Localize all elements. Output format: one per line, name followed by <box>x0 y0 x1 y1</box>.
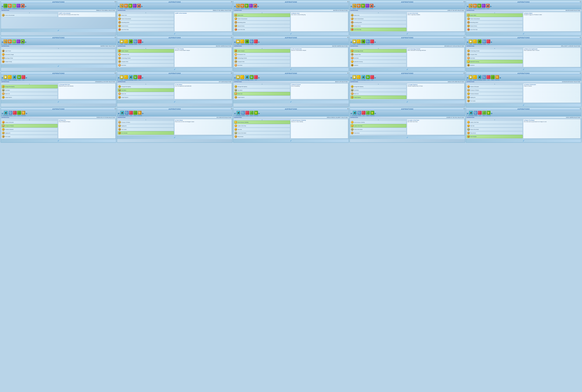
check-bar[interactable]: ✓ <box>233 139 348 142</box>
tab-animal[interactable]: 🐾Animal <box>468 4 473 9</box>
tab-knowledge[interactable]: 🎓Knowledge <box>468 110 473 116</box>
tab-location[interactable]: 🗺️Location <box>133 75 138 80</box>
prev-arrow[interactable]: ◀ <box>117 112 120 114</box>
scroll-up[interactable]: ▲ <box>2 119 58 120</box>
next-arrow[interactable]: ▶ <box>141 5 143 8</box>
tab-location[interactable]: 🗺️Location <box>482 39 486 45</box>
tab-knowledge[interactable]: 🎓Knowledge <box>477 75 482 80</box>
prev-arrow[interactable]: ◀ <box>1 112 3 114</box>
tab-love[interactable]: ❤️Love <box>478 110 482 116</box>
milestone-item[interactable]: 🧠Nerd Brain <box>467 56 523 60</box>
tab-fortune[interactable]: 💰Fortune <box>356 39 361 45</box>
tab-love[interactable]: ❤️Love <box>254 75 258 80</box>
tab-knowledge[interactable]: 🎓Knowledge <box>128 75 133 80</box>
check-bar[interactable]: ✓ <box>350 136 465 139</box>
prev-arrow[interactable]: ◀ <box>350 5 352 8</box>
tab-food[interactable]: 🍽️Food <box>468 75 473 80</box>
milestone-item[interactable]: 👑Leader of the Pack <box>467 120 523 124</box>
tab-creativity[interactable]: 🎨Creativity <box>361 4 365 9</box>
close-button[interactable]: ✕ <box>463 108 465 110</box>
check-bar[interactable]: ✓ <box>350 100 465 104</box>
tab-location[interactable]: 🗺️Location <box>249 75 254 80</box>
check-bar[interactable]: ✓ <box>466 139 581 142</box>
milestone-item[interactable]: ✨Spellcraft & Sorcery <box>350 60 406 63</box>
milestone-item[interactable]: 🎉Party Animal <box>467 131 523 135</box>
next-arrow[interactable]: ▶ <box>142 76 144 79</box>
tab-fortune[interactable]: 💰Fortune <box>240 75 244 80</box>
tab-nature[interactable]: 🌿Nature <box>133 110 138 116</box>
next-arrow[interactable]: ▶ <box>258 41 260 43</box>
next-arrow[interactable]: ▶ <box>142 112 144 114</box>
next-arrow[interactable]: ▶ <box>258 112 260 114</box>
tab-athletic[interactable]: ⚽Athletic <box>240 4 244 9</box>
scroll-up[interactable]: ▲ <box>350 48 406 49</box>
scroll-up[interactable]: ▲ <box>350 84 406 85</box>
scroll-up[interactable]: ▲ <box>118 119 174 120</box>
check-bar[interactable]: ✓ <box>117 32 232 36</box>
milestone-item[interactable]: 🌍Friend of the World <box>234 131 290 135</box>
tab-location[interactable]: 🗺️Location <box>133 39 138 45</box>
scroll-up[interactable]: ▲ <box>118 84 174 85</box>
check-bar[interactable]: ✓ <box>233 100 348 104</box>
check-bar[interactable]: ✓ <box>350 32 465 36</box>
next-arrow[interactable]: ▶ <box>26 112 28 114</box>
tab-creativity[interactable]: 🎨Creativity <box>244 4 249 9</box>
tab-love[interactable]: ❤️Love <box>129 110 133 116</box>
milestone-item[interactable]: 🌍Friend of the World <box>350 128 406 131</box>
milestone-item[interactable]: ⛏️Archaeology Scholar <box>234 56 290 60</box>
prev-arrow[interactable]: ◀ <box>117 76 120 79</box>
milestone-item[interactable]: 📚Bestselling Author <box>234 21 290 24</box>
tab-animal[interactable]: 🐾Animal <box>352 4 356 9</box>
tab-location[interactable]: 🗺️Location <box>366 39 370 45</box>
milestone-item[interactable]: 🖌️Painter Extraordinaire <box>350 17 406 20</box>
tab-fortune[interactable]: 💰Fortune <box>473 75 477 80</box>
next-arrow[interactable]: ▶ <box>374 112 377 114</box>
scroll-up[interactable]: ▲ <box>467 12 523 13</box>
check-bar[interactable]: ✓ <box>1 139 116 142</box>
milestone-item[interactable]: 🎭Master Actor <box>350 14 406 17</box>
milestone-item[interactable]: 🎓Academic <box>467 64 523 67</box>
milestone-item[interactable]: 💻Computer Whiz <box>467 53 523 56</box>
milestone-item[interactable]: 📚Bestselling Author <box>118 21 174 24</box>
next-arrow[interactable]: ▶ <box>258 76 260 79</box>
milestone-item[interactable]: 🌴Jungle Explorer <box>2 96 58 99</box>
tab-athletic[interactable]: ⚽Athletic <box>473 4 477 9</box>
milestone-item[interactable]: 🧶Lord of the Knits <box>234 28 290 31</box>
close-button[interactable]: ✕ <box>347 108 348 110</box>
close-button[interactable]: ✕ <box>580 37 581 38</box>
tab-deviance[interactable]: 💜Deviance <box>16 4 21 9</box>
scroll-up[interactable]: ▲ <box>118 48 174 49</box>
prev-arrow[interactable]: ◀ <box>350 112 352 114</box>
milestone-item[interactable]: 🎭Master Actor <box>118 14 174 17</box>
milestone-item[interactable]: 🏙️City Native <box>2 88 58 92</box>
milestone-item[interactable]: 👪Super Parent <box>2 49 115 52</box>
milestone-item[interactable]: 💻Computer Whiz <box>118 60 174 63</box>
scroll-up[interactable]: ▲ <box>350 12 406 13</box>
next-arrow[interactable]: ▶ <box>374 5 376 8</box>
tab-popularity[interactable]: ⭐Popularity <box>486 110 491 116</box>
tab-love[interactable]: ❤️Love <box>138 75 142 80</box>
milestone-item[interactable]: 🌵StrangerVille Mystery <box>234 85 290 88</box>
milestone-item[interactable]: 🌵StrangerVille Mystery <box>2 85 58 88</box>
tab-fortune[interactable]: 💰Fortune <box>240 39 244 45</box>
milestone-item[interactable]: ⛺Outdoor Enthusiast <box>2 120 58 124</box>
check-bar[interactable]: ✓ <box>117 136 232 139</box>
tab-knowledge[interactable]: 🎓Knowledge <box>477 39 482 45</box>
tab-fortune[interactable]: 💰Fortune <box>124 39 128 45</box>
next-arrow[interactable]: ▶ <box>374 41 376 43</box>
tab-nature[interactable]: 🌿Nature <box>490 75 495 80</box>
milestone-item[interactable]: 🧠Nerd Brain <box>118 64 174 67</box>
tab-location[interactable]: 🗺️Location <box>17 75 21 80</box>
scroll-up[interactable]: ▲ <box>118 12 174 13</box>
next-arrow[interactable]: ▶ <box>142 41 144 43</box>
prev-arrow[interactable]: ◀ <box>350 41 352 43</box>
prev-arrow[interactable]: ◀ <box>234 5 236 8</box>
prev-arrow[interactable]: ◀ <box>234 112 236 114</box>
tab-location[interactable]: 🗺️Location <box>241 110 245 116</box>
scroll-up[interactable]: ▲ <box>234 119 290 120</box>
close-button[interactable]: ✕ <box>231 1 232 2</box>
tab-fortune[interactable]: 💰Fortune <box>356 75 361 80</box>
milestone-item[interactable]: 🏖️Beach Life <box>118 92 174 96</box>
close-button[interactable]: ✕ <box>115 72 116 74</box>
tab-animal[interactable]: 🐾Animal <box>236 4 240 9</box>
